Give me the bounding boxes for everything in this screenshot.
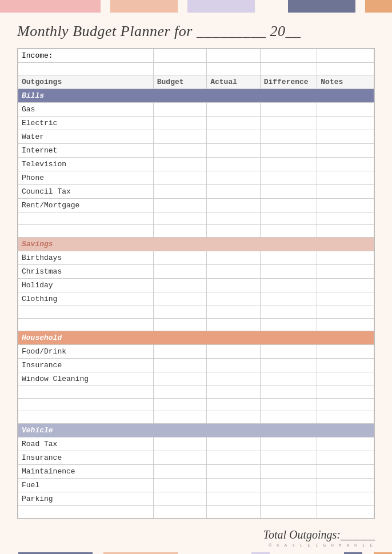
table-row: Electric bbox=[18, 117, 374, 130]
table-row: Television bbox=[18, 158, 374, 171]
total-outgoings-area: Total Outgoings:______ bbox=[0, 525, 392, 544]
col-header-notes: Notes bbox=[317, 75, 374, 89]
empty-row-household-3 bbox=[18, 411, 374, 424]
table-row: Water bbox=[18, 130, 374, 144]
empty-row-bills-2 bbox=[18, 225, 374, 238]
table-row: Gas bbox=[18, 103, 374, 117]
vehicle-header-label: Vehicle bbox=[18, 424, 374, 437]
household-header-label: Household bbox=[18, 331, 374, 345]
top-bar-gap2 bbox=[178, 0, 188, 13]
empty-row-bills-1 bbox=[18, 212, 374, 225]
income-actual bbox=[207, 49, 260, 63]
table-row: Birthdays bbox=[18, 251, 374, 265]
income-row: Income: bbox=[18, 49, 374, 63]
table-row: Fuel bbox=[18, 479, 374, 492]
bills-phone: Phone bbox=[18, 171, 154, 185]
household-window-cleaning: Window Cleaning bbox=[18, 372, 154, 386]
table-row: Rent/Mortgage bbox=[18, 199, 374, 212]
savings-birthdays: Birthdays bbox=[18, 251, 154, 265]
bills-header-row: Bills bbox=[18, 89, 374, 103]
top-bar-seg3 bbox=[187, 0, 254, 13]
income-budget bbox=[153, 49, 206, 63]
column-header-row: Outgoings Budget Actual Difference Notes bbox=[18, 75, 374, 89]
empty-row-1 bbox=[18, 63, 374, 75]
bills-water: Water bbox=[18, 130, 154, 144]
household-insurance: Insurance bbox=[18, 359, 154, 372]
table-row: Parking bbox=[18, 492, 374, 506]
vehicle-fuel: Fuel bbox=[18, 479, 154, 492]
table-row: Phone bbox=[18, 171, 374, 185]
budget-table: Income: Outgoings Budget Actual Differen… bbox=[18, 49, 374, 519]
empty-row-vehicle-1 bbox=[18, 506, 374, 519]
top-bar-gap3 bbox=[255, 0, 289, 13]
savings-clothing: Clothing bbox=[18, 292, 154, 306]
bills-header-label: Bills bbox=[18, 89, 374, 103]
vehicle-parking: Parking bbox=[18, 492, 154, 506]
table-row: Holiday bbox=[18, 279, 374, 292]
top-bar bbox=[0, 0, 392, 13]
top-bar-seg5 bbox=[365, 0, 392, 13]
top-bar-gap4 bbox=[355, 0, 366, 13]
savings-christmas: Christmas bbox=[18, 265, 154, 279]
table-row: Insurance bbox=[18, 359, 374, 372]
vehicle-road-tax: Road Tax bbox=[18, 437, 154, 451]
col-header-outgoings: Outgoings bbox=[18, 75, 154, 89]
empty-row-household-2 bbox=[18, 399, 374, 411]
col-header-difference: Difference bbox=[260, 75, 317, 89]
page-title: Monthly Budget Planner for _________ 20_… bbox=[0, 13, 392, 48]
table-row: Maintainence bbox=[18, 465, 374, 479]
empty-row-household-1 bbox=[18, 386, 374, 399]
table-row: Road Tax bbox=[18, 437, 374, 451]
top-bar-seg4 bbox=[288, 0, 355, 13]
income-notes bbox=[317, 49, 374, 63]
planner-container: Income: Outgoings Budget Actual Differen… bbox=[17, 48, 375, 519]
table-row: Insurance bbox=[18, 451, 374, 465]
col-header-budget: Budget bbox=[153, 75, 206, 89]
bills-internet: Internet bbox=[18, 144, 154, 158]
bills-television: Television bbox=[18, 158, 154, 171]
table-row: Christmas bbox=[18, 265, 374, 279]
table-row: Council Tax bbox=[18, 185, 374, 199]
savings-holiday: Holiday bbox=[18, 279, 154, 292]
vehicle-insurance: Insurance bbox=[18, 451, 154, 465]
total-outgoings-label: Total Outgoings:______ bbox=[263, 528, 375, 541]
col-header-actual: Actual bbox=[207, 75, 260, 89]
income-difference bbox=[260, 49, 317, 63]
income-label: Income: bbox=[18, 49, 154, 63]
bills-gas: Gas bbox=[18, 103, 154, 117]
bills-council-tax: Council Tax bbox=[18, 185, 154, 199]
top-bar-seg2 bbox=[110, 0, 177, 13]
top-bar-gap1 bbox=[101, 0, 111, 13]
bills-rent: Rent/Mortgage bbox=[18, 199, 154, 212]
savings-header-row: Savings bbox=[18, 238, 374, 251]
household-food: Food/Drink bbox=[18, 345, 154, 359]
table-row: Food/Drink bbox=[18, 345, 374, 359]
savings-header-label: Savings bbox=[18, 238, 374, 251]
empty-row-savings-2 bbox=[18, 319, 374, 331]
empty-row-savings-1 bbox=[18, 306, 374, 319]
top-bar-seg1 bbox=[0, 0, 101, 13]
table-row: Clothing bbox=[18, 292, 374, 306]
watermark: © K A Y L E I G H M A R I E bbox=[0, 543, 392, 548]
table-row: Internet bbox=[18, 144, 374, 158]
vehicle-maintainence: Maintainence bbox=[18, 465, 154, 479]
table-row: Window Cleaning bbox=[18, 372, 374, 386]
bills-electric: Electric bbox=[18, 117, 154, 130]
vehicle-header-row: Vehicle bbox=[18, 424, 374, 437]
household-header-row: Household bbox=[18, 331, 374, 345]
